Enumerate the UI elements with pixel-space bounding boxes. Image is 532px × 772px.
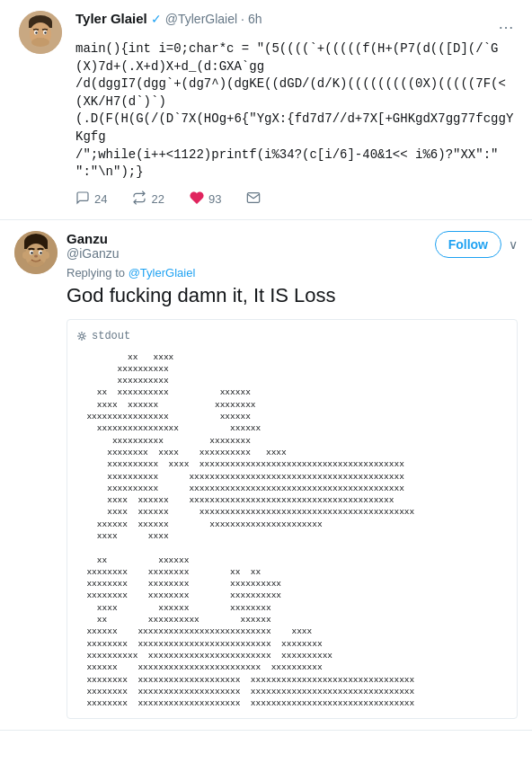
svg-point-17 [31,252,33,254]
stdout-box: stdout xx xxxx xxxxxxxxxx xxxxxxxxxx xx … [66,319,518,719]
svg-point-7 [44,31,46,33]
tweet1-content: Tyler Glaiel ✓ @TylerGlaiel · 6h … main(… [66,11,518,209]
tweet1-more-button[interactable]: … [494,11,518,37]
tweet-2: Ganzu @iGanzu Follow ∨ Replying to @Tyle… [0,220,532,732]
like-action[interactable]: 93 [190,191,221,209]
tweet2-user-info: Ganzu @iGanzu [66,231,120,261]
verified-icon: ✓ [151,12,162,26]
svg-point-14 [44,252,49,259]
tweet2-actions-right: Follow ∨ [435,231,518,258]
mail-action[interactable] [246,191,261,209]
settings-icon [76,331,87,342]
svg-line-26 [79,333,80,334]
separator: · [241,12,244,26]
svg-point-8 [31,38,49,47]
tweet2-main-text: God fucking damn it, It IS Loss [66,283,518,309]
tweet2-display-name: Ganzu [66,231,108,246]
reply-action[interactable]: 24 [75,191,107,209]
reply-to: Replying to @TylerGlaiel [66,266,518,280]
tweet2-avatar-col [14,231,58,274]
tweet1-username[interactable]: @TylerGlaiel [165,12,237,26]
stdout-header: stdout [76,329,508,343]
tweet1-actions: 24 22 [75,191,518,209]
tweet1-name-row: Tyler Glaiel ✓ @TylerGlaiel · 6h [75,11,262,26]
retweet-icon [132,191,146,209]
svg-point-13 [22,252,28,259]
svg-point-20 [28,260,44,267]
stdout-label: stdout [92,329,130,343]
retweet-count: 22 [151,192,164,206]
tweet1-text: main(){int i=0;char*c = "(5((((`+(((((f(… [75,40,518,182]
tweet-1: Tyler Glaiel ✓ @TylerGlaiel · 6h … main(… [0,0,532,220]
avatar-tyler[interactable] [19,11,62,54]
tweet1-timestamp: 6h [248,12,262,26]
tweet2-body: Replying to @TylerGlaiel God fucking dam… [66,266,518,720]
svg-line-28 [84,333,84,334]
tweet2-content: Ganzu @iGanzu Follow ∨ Replying to @Tyle… [66,231,518,720]
mail-icon [246,191,261,209]
tweet2-name-row: Ganzu [66,231,120,246]
avatar-ganzu[interactable] [14,231,58,274]
retweet-action[interactable]: 22 [132,191,164,209]
tweet2-username[interactable]: @iGanzu [66,246,120,261]
tweet1-header: Tyler Glaiel ✓ @TylerGlaiel · 6h … [75,11,518,37]
tweet1-body: main(){int i=0;char*c = "(5((((`+(((((f(… [75,40,518,209]
follow-button[interactable]: Follow [435,231,501,258]
reply-to-user-link[interactable]: @TylerGlaiel [129,266,196,280]
svg-line-27 [84,339,84,340]
svg-point-21 [80,334,84,338]
svg-point-19 [34,254,38,257]
svg-point-6 [35,31,37,33]
like-count: 93 [208,192,221,206]
reply-count: 24 [94,192,107,206]
tweet1-user-info: Tyler Glaiel ✓ @TylerGlaiel · 6h [75,11,262,26]
tweet1-display-name: Tyler Glaiel [75,11,147,26]
svg-line-29 [79,339,80,340]
reply-icon [75,191,90,209]
chevron-down-icon[interactable]: ∨ [509,237,518,252]
tweet2-header: Ganzu @iGanzu Follow ∨ [66,231,518,261]
like-icon [190,191,204,209]
svg-point-18 [40,252,42,254]
code-output: xx xxxx xxxxxxxxxx xxxxxxxxxx xx xxxxxxx… [76,351,508,710]
tweet1-left-col [14,11,66,58]
